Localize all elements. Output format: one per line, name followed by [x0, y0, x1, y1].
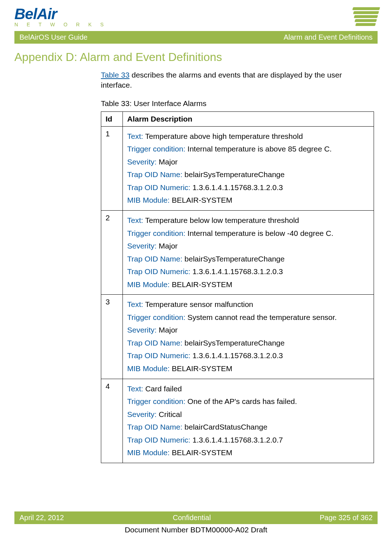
- intro-paragraph: Table 33 describes the alarms and events…: [101, 70, 374, 91]
- field-value: System cannot read the temperature senso…: [185, 313, 337, 321]
- field-label: Trap OID Name:: [127, 170, 182, 179]
- footer-bar: April 22, 2012 Confidential Page 325 of …: [14, 511, 378, 524]
- field-mib: MIB Module: BELAIR-SYSTEM: [127, 194, 369, 206]
- field-label: MIB Module:: [127, 196, 170, 204]
- field-label: Trigger condition:: [127, 229, 185, 237]
- field-label: Trigger condition:: [127, 145, 185, 153]
- title-bar: BelAirOS User Guide Alarm and Event Defi…: [14, 31, 378, 44]
- footer-date: April 22, 2012: [19, 514, 64, 522]
- field-label: MIB Module:: [127, 364, 170, 373]
- field-label: Trap OID Name:: [127, 255, 182, 263]
- doc-title-left: BelAirOS User Guide: [19, 33, 88, 41]
- cell-description: Text: Card failedTrigger condition: One …: [123, 379, 374, 463]
- table-row: 4Text: Card failedTrigger condition: One…: [101, 379, 374, 463]
- field-text: Text: Temperature below low temperature …: [127, 215, 369, 227]
- field-mib: MIB Module: BELAIR-SYSTEM: [127, 363, 369, 375]
- field-label: Trigger condition:: [127, 313, 185, 321]
- field-value: BELAIR-SYSTEM: [170, 196, 232, 204]
- field-text: Text: Temperature sensor malfunction: [127, 299, 369, 311]
- field-trigger: Trigger condition: Internal temperature …: [127, 143, 369, 155]
- field-label: Severity:: [127, 242, 157, 250]
- field-value: Major: [157, 326, 178, 334]
- field-label: Text:: [127, 384, 143, 393]
- field-mib: MIB Module: BELAIR-SYSTEM: [127, 447, 369, 459]
- cell-description: Text: Temperature below low temperature …: [123, 210, 374, 294]
- field-value: BELAIR-SYSTEM: [170, 448, 232, 457]
- table-row: 2Text: Temperature below low temperature…: [101, 210, 374, 294]
- field-label: Trap OID Numeric:: [127, 267, 190, 276]
- field-trap_name: Trap OID Name: belairSysTemperatureChang…: [127, 169, 369, 181]
- field-trigger: Trigger condition: System cannot read th…: [127, 312, 369, 324]
- field-value: belairCardStatusChange: [182, 423, 267, 431]
- field-value: Temperature above high temperature thres…: [143, 132, 303, 140]
- header-id: Id: [101, 111, 123, 126]
- field-value: 1.3.6.1.4.1.15768.3.1.2.0.3: [190, 183, 283, 192]
- field-label: Trigger condition:: [127, 397, 185, 405]
- field-label: Text:: [127, 300, 143, 308]
- cell-id: 4: [101, 379, 123, 463]
- field-label: Severity:: [127, 158, 157, 166]
- field-trap_name: Trap OID Name: belairSysTemperatureChang…: [127, 337, 369, 349]
- field-text: Text: Temperature above high temperature…: [127, 131, 369, 142]
- field-value: Critical: [157, 410, 182, 418]
- field-trap_num: Trap OID Numeric: 1.3.6.1.4.1.15768.3.1.…: [127, 266, 369, 278]
- field-value: Temperature below low temperature thresh…: [143, 216, 299, 224]
- field-trap_name: Trap OID Name: belairSysTemperatureChang…: [127, 253, 369, 265]
- doc-title-right: Alarm and Event Definitions: [284, 33, 373, 41]
- field-label: Trap OID Name:: [127, 339, 182, 347]
- table-row: 1Text: Temperature above high temperatur…: [101, 126, 374, 210]
- field-mib: MIB Module: BELAIR-SYSTEM: [127, 279, 369, 291]
- cell-id: 1: [101, 126, 123, 210]
- table-header-row: Id Alarm Description: [101, 111, 374, 126]
- field-text: Text: Card failed: [127, 383, 369, 395]
- logo-subtext: N E T W O R K S: [14, 22, 107, 27]
- table-row: 3Text: Temperature sensor malfunctionTri…: [101, 295, 374, 379]
- field-label: Severity:: [127, 410, 157, 418]
- page-footer: April 22, 2012 Confidential Page 325 of …: [14, 511, 378, 534]
- field-value: Card failed: [143, 384, 182, 393]
- field-severity: Severity: Major: [127, 240, 369, 252]
- cell-id: 2: [101, 210, 123, 294]
- header-description: Alarm Description: [123, 111, 374, 126]
- field-trap_num: Trap OID Numeric: 1.3.6.1.4.1.15768.3.1.…: [127, 434, 369, 446]
- cell-description: Text: Temperature sensor malfunctionTrig…: [123, 295, 374, 379]
- table-ref-link[interactable]: Table 33: [101, 71, 129, 79]
- content-body: Table 33 describes the alarms and events…: [101, 70, 374, 463]
- field-label: Text:: [127, 132, 143, 140]
- appendix-heading: Appendix D: Alarm and Event Definitions: [14, 51, 378, 63]
- field-value: Major: [157, 242, 178, 250]
- field-label: Trap OID Name:: [127, 423, 182, 431]
- field-label: Text:: [127, 216, 143, 224]
- field-trap_num: Trap OID Numeric: 1.3.6.1.4.1.15768.3.1.…: [127, 350, 369, 362]
- field-value: belairSysTemperatureChange: [182, 339, 285, 347]
- field-value: 1.3.6.1.4.1.15768.3.1.2.0.3: [190, 267, 283, 276]
- intro-rest: describes the alarms and events that are…: [101, 71, 342, 89]
- field-severity: Severity: Major: [127, 156, 369, 168]
- field-label: MIB Module:: [127, 280, 170, 289]
- field-value: Temperature sensor malfunction: [143, 300, 253, 308]
- field-trap_name: Trap OID Name: belairCardStatusChange: [127, 421, 369, 433]
- field-severity: Severity: Major: [127, 324, 369, 336]
- field-severity: Severity: Critical: [127, 409, 369, 421]
- field-trigger: Trigger condition: Internal temperature …: [127, 228, 369, 239]
- logo: BelAir N E T W O R K S: [14, 7, 107, 27]
- field-value: Internal temperature is below -40 degree…: [185, 229, 333, 237]
- field-trigger: Trigger condition: One of the AP's cards…: [127, 396, 369, 408]
- field-value: BELAIR-SYSTEM: [170, 364, 232, 373]
- field-value: 1.3.6.1.4.1.15768.3.1.2.0.7: [190, 436, 283, 444]
- field-label: Severity:: [127, 326, 157, 334]
- footer-page: Page 325 of 362: [320, 514, 373, 522]
- cell-id: 3: [101, 295, 123, 379]
- table-caption: Table 33: User Interface Alarms: [101, 99, 374, 108]
- document-number: Document Number BDTM00000-A02 Draft: [14, 526, 378, 534]
- field-value: belairSysTemperatureChange: [182, 170, 285, 179]
- field-value: BELAIR-SYSTEM: [170, 280, 232, 289]
- page-header: BelAir N E T W O R K S: [14, 0, 378, 31]
- field-value: Internal temperature is above 85 degree …: [185, 145, 331, 153]
- logo-brand: BelAir: [14, 7, 107, 21]
- swoosh-icon: [348, 7, 380, 26]
- alarm-table: Id Alarm Description 1Text: Temperature …: [101, 111, 374, 463]
- field-value: One of the AP's cards has failed.: [185, 397, 297, 405]
- field-label: MIB Module:: [127, 448, 170, 457]
- field-value: Major: [157, 158, 178, 166]
